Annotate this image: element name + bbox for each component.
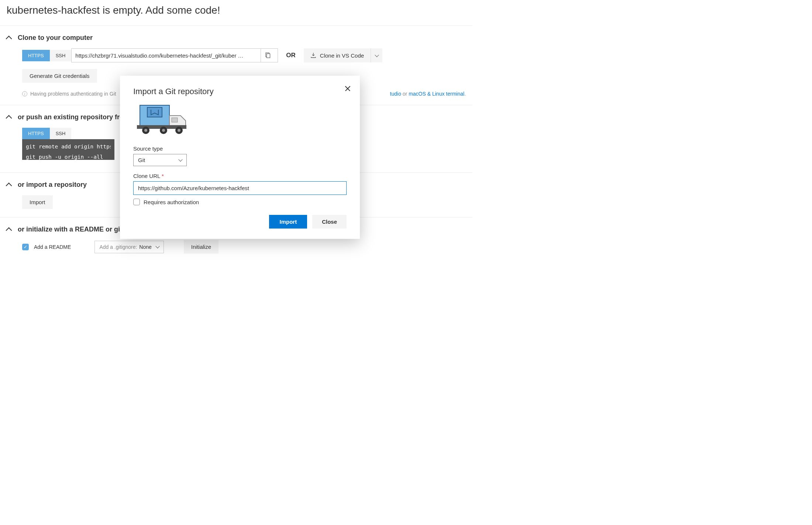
readme-label: Add a README: [34, 244, 71, 250]
chevron-up-icon[interactable]: [6, 115, 12, 121]
initialize-button[interactable]: Initialize: [184, 240, 219, 254]
chevron-down-icon: [155, 244, 159, 248]
clone-url-box: https://chzbrgr71.visualstudio.com/kuber…: [71, 48, 278, 62]
clone-url-label: Clone URL *: [133, 173, 347, 179]
import-button[interactable]: Import: [22, 195, 53, 209]
help-link-macos-linux[interactable]: macOS & Linux terminal: [409, 91, 464, 97]
copy-icon[interactable]: [261, 49, 274, 62]
or-text: OR: [278, 52, 304, 59]
modal-title: Import a Git repository: [133, 87, 347, 96]
chevron-down-icon: [375, 53, 379, 57]
requires-auth-label: Requires authorization: [144, 199, 199, 205]
code-line: git push -u origin --all: [26, 154, 111, 160]
gitignore-prefix: Add a .gitignore:: [99, 244, 137, 250]
page-title: kubernetes-hackfest is empty. Add some c…: [0, 0, 472, 25]
source-type-select[interactable]: Git: [133, 154, 187, 166]
svg-rect-1: [266, 54, 270, 58]
generate-credentials-button[interactable]: Generate Git credentials: [22, 69, 97, 83]
chevron-up-icon[interactable]: [6, 36, 12, 42]
gitignore-select[interactable]: Add a .gitignore: None: [94, 241, 164, 253]
download-icon: [310, 52, 316, 58]
tab-ssh[interactable]: SSH: [50, 128, 72, 139]
help-link-studio[interactable]: tudio: [390, 91, 401, 97]
clone-url-input[interactable]: [133, 181, 347, 195]
info-icon: i: [22, 91, 27, 96]
help-period: .: [464, 91, 466, 97]
help-or: or: [401, 91, 409, 97]
tab-ssh[interactable]: SSH: [50, 50, 72, 61]
readme-checkbox[interactable]: ✓: [22, 244, 29, 250]
svg-point-9: [162, 129, 165, 132]
requires-auth-checkbox[interactable]: [133, 199, 140, 205]
truck-icon: [133, 102, 347, 137]
close-icon: [344, 85, 351, 92]
help-prefix: Having problems authenticating in Git: [30, 91, 116, 97]
section-import-title: or import a repository: [18, 181, 87, 189]
gitignore-value: None: [139, 244, 151, 250]
chevron-up-icon[interactable]: [6, 227, 12, 234]
chevron-up-icon[interactable]: [6, 183, 12, 189]
clone-vscode-button[interactable]: Clone in VS Code: [304, 48, 382, 62]
tab-https[interactable]: HTTPS: [22, 50, 50, 61]
svg-rect-4: [172, 118, 178, 122]
section-clone-title: Clone to your computer: [18, 34, 93, 42]
clone-url-text[interactable]: https://chzbrgr71.visualstudio.com/kuber…: [75, 52, 258, 59]
svg-point-7: [144, 129, 147, 132]
code-block[interactable]: git remote add origin https://chzbr git …: [22, 139, 114, 160]
chevron-down-icon: [178, 157, 182, 161]
tab-https[interactable]: HTTPS: [22, 128, 50, 139]
import-submit-button[interactable]: Import: [269, 215, 307, 229]
import-git-modal: Import a Git repository Source type Git …: [120, 76, 360, 239]
close-modal-button[interactable]: Close: [312, 215, 347, 229]
code-line: git remote add origin https://chzbr: [26, 144, 111, 150]
svg-point-11: [178, 129, 180, 132]
source-type-label: Source type: [133, 145, 347, 152]
clone-vscode-label: Clone in VS Code: [320, 52, 364, 59]
clone-vscode-dropdown[interactable]: [371, 48, 382, 62]
close-button[interactable]: [344, 85, 351, 93]
svg-rect-3: [147, 107, 162, 117]
source-type-value: Git: [138, 157, 145, 163]
